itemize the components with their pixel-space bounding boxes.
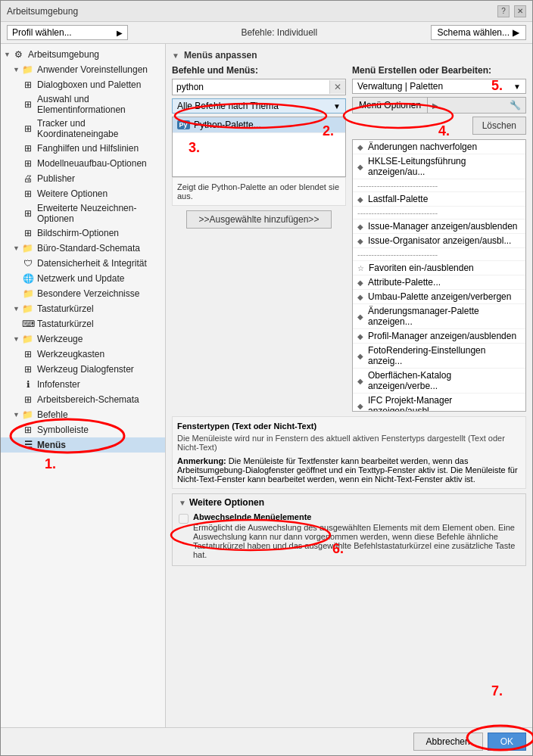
sidebar-label: Arbeitsbereich-Schemata <box>37 394 139 405</box>
sidebar-label: Anwender Voreinstellungen <box>37 64 148 75</box>
grid-icon: ⊞ <box>22 348 34 360</box>
right-list-item[interactable]: ◆ HKLSE-Leitungsführung anzeigen/au... <box>353 154 525 179</box>
printer-icon: 🖨 <box>22 173 34 185</box>
sidebar-label: Netzwerk und Update <box>37 273 124 284</box>
right-list-separator: ----------------------------- <box>353 248 525 261</box>
collapse-icon: ▼ <box>13 305 20 313</box>
right-list-item[interactable]: ◆ Issue-Manager anzeigen/ausblenden <box>353 219 525 234</box>
add-selected-button[interactable]: >>Ausgewählte hinzufügen>> <box>186 210 332 229</box>
sidebar-item-buero[interactable]: ▼ 📁 Büro-Standard-Schemata <box>1 241 165 256</box>
right-list-item[interactable]: ◆ Änderungen nachverfolgen <box>353 140 525 154</box>
sidebar-item-modell[interactable]: ⊞ Modellneuaufbau-Optionen <box>1 156 165 171</box>
search-input[interactable] <box>173 79 329 95</box>
menu-options-row: Menü Optionen ▶ 🔧 <box>352 97 526 114</box>
grid-icon: ⊞ <box>22 79 34 91</box>
right-dropdown[interactable]: Verwaltung | Paletten ▼ <box>352 79 526 94</box>
command-list-item[interactable]: Py Python-Palette... <box>173 117 345 133</box>
arrow-icon: ◆ <box>357 143 363 151</box>
right-list-item[interactable]: ◆ Änderungsmanager-Palette anzeigen... <box>353 304 525 329</box>
arrow-icon: ◆ <box>357 237 363 245</box>
right-list-item[interactable]: ☆ Favoriten ein-/ausblenden <box>353 261 525 275</box>
checkbox-row: Abwechselnde Menüelemente Ermöglicht die… <box>179 512 519 559</box>
cancel-button[interactable]: Abbrechen <box>413 733 483 751</box>
grid-icon: ⊞ <box>22 157 34 170</box>
sidebar-label: Datensicherheit & Integrität <box>37 258 147 269</box>
sidebar-item-weitere[interactable]: ⊞ Weitere Optionen <box>1 186 165 201</box>
profile-dropdown[interactable]: Profil wählen... ▶ <box>7 25 128 40</box>
sidebar-item-werkzeuge[interactable]: ▼ 📁 Werkzeuge <box>1 331 165 347</box>
collapse-icon: ▼ <box>13 244 20 252</box>
sidebar-item-tastaturkuerzel-item[interactable]: ⌨ Tastaturkürzel <box>1 316 165 331</box>
help-button[interactable]: ? <box>497 5 510 17</box>
collapse-icon: ▼ <box>4 51 11 58</box>
sidebar-item-infofenster[interactable]: ℹ Infofenster <box>1 377 165 392</box>
sidebar-item-menues[interactable]: ☰ Menüs <box>1 437 165 453</box>
sidebar-item-publisher[interactable]: 🖨 Publisher <box>1 171 165 186</box>
arrow-icon: ◆ <box>357 222 363 231</box>
main-panel: ▼ Menüs anpassen Befehle und Menüs: ✕ Al… <box>166 44 532 727</box>
search-row: ✕ <box>172 79 346 95</box>
sidebar-label: Menüs <box>37 440 66 450</box>
sidebar-item-anwender[interactable]: ▼ 📁 Anwender Voreinstellungen <box>1 62 165 77</box>
commands-label: Befehle und Menüs: <box>172 65 346 76</box>
menu-options-expand-icon[interactable]: ▶ <box>428 99 443 112</box>
right-list-item[interactable]: ◆ Issue-Organisator anzeigen/ausbl... <box>353 234 525 248</box>
menu-options-settings-icon[interactable]: 🔧 <box>505 98 525 113</box>
window-types-desc: Die Menüleiste wird nur in Fenstern des … <box>177 434 521 452</box>
collapse-icon: ▼ <box>13 335 20 343</box>
search-clear-button[interactable]: ✕ <box>329 80 345 94</box>
sidebar-item-befehle[interactable]: ▼ 📁 Befehle <box>1 407 165 422</box>
further-options-header: ▼ Weitere Optionen <box>179 497 519 508</box>
right-list-item[interactable]: ◆ Oberflächen-Katalog anzeigen/verbe... <box>353 369 525 394</box>
profile-dropdown-arrow-icon: ▶ <box>117 29 123 37</box>
sidebar-label: Büro-Standard-Schemata <box>37 243 140 254</box>
close-button[interactable]: ✕ <box>514 5 526 17</box>
ok-button[interactable]: OK <box>488 733 526 751</box>
sidebar-label: Tastaturkürzel <box>37 303 94 314</box>
right-list-item[interactable]: ◆ Attribute-Palette... <box>353 275 525 290</box>
section1-label: Menüs anpassen <box>184 50 257 61</box>
main-window: Arbeitsumgebung ? ✕ Profil wählen... ▶ B… <box>0 0 533 756</box>
delete-button[interactable]: Löschen <box>472 117 526 135</box>
sidebar-item-tastaturkuerzel-group[interactable]: ▼ 📁 Tastaturkürzel <box>1 301 165 316</box>
sidebar-label: Auswahl und Elementinformationen <box>37 94 162 115</box>
right-list-panel[interactable]: ◆ Änderungen nachverfolgen ◆ HKLSE-Leitu… <box>352 139 526 412</box>
sidebar-item-auswahl[interactable]: ⊞ Auswahl und Elementinformationen <box>1 92 165 117</box>
sidebar-item-symbolleiste[interactable]: ⊞ Symbolleiste <box>1 422 165 437</box>
sidebar-item-werkzeug-dialog[interactable]: ⊞ Werkzeug Dialogfenster <box>1 362 165 377</box>
right-list-item[interactable]: ◆ IFC Projekt-Manager anzeigen/ausbl... <box>353 394 525 412</box>
add-btn-row: >>Ausgewählte hinzufügen>> <box>172 210 346 229</box>
right-item-label: Profil-Manager anzeigen/ausblenden <box>368 331 516 341</box>
collapse-icon: ▼ <box>13 411 20 418</box>
right-list-item[interactable]: ◆ Profil-Manager anzeigen/ausblenden <box>353 329 525 344</box>
keyboard-icon: ⌨ <box>22 318 34 330</box>
sidebar-item-dialogboxen[interactable]: ⊞ Dialogboxen und Paletten <box>1 77 165 92</box>
sidebar-item-fanghilfen[interactable]: ⊞ Fanghilfen und Hilfslinien <box>1 141 165 156</box>
right-item-label: FotoRendering-Einstellungen anzeig... <box>368 345 521 366</box>
arrow-icon: ◆ <box>357 313 363 321</box>
sidebar-label: Bildschirm-Optionen <box>37 228 119 238</box>
sidebar-item-datensicherheit[interactable]: 🛡 Datensicherheit & Integrität <box>1 256 165 271</box>
sidebar-item-arbeitsbereich[interactable]: ⊞ Arbeitsbereich-Schemata <box>1 392 165 407</box>
sidebar-item-werkzeugkasten[interactable]: ⊞ Werkzeugkasten <box>1 347 165 362</box>
python-icon: Py <box>177 119 189 131</box>
schema-button[interactable]: Schema wählen... ▶ <box>431 25 526 40</box>
sidebar-item-erweiterte[interactable]: ⊞ Erweiterte Neuzeichnen-Optionen <box>1 201 165 226</box>
schema-arrow-icon: ▶ <box>513 27 519 38</box>
sidebar-item-tracker[interactable]: ⊞ Tracker und Koordinateneingabe <box>1 117 165 141</box>
sidebar-item-arbeitsumgebung[interactable]: ▼ ⚙ Arbeitsumgebung <box>1 47 165 62</box>
folder-icon: 📁 <box>22 288 34 300</box>
filter-dropdown[interactable]: Alle Befehle nach Thema ▼ <box>172 98 346 114</box>
right-list-item[interactable]: ◆ FotoRendering-Einstellungen anzeig... <box>353 344 525 369</box>
sidebar-item-bildschirm[interactable]: ⊞ Bildschirm-Optionen <box>1 226 165 241</box>
sidebar-item-verzeichnisse[interactable]: 📁 Besondere Verzeichnisse <box>1 286 165 301</box>
arrow-icon: ◆ <box>357 278 363 287</box>
right-list-item[interactable]: ◆ Lastfall-Palette <box>353 192 525 207</box>
sidebar-item-netzwerk[interactable]: 🌐 Netzwerk und Update <box>1 271 165 286</box>
right-list-separator: ----------------------------- <box>353 207 525 219</box>
note-label: Anmerkung: <box>177 456 226 465</box>
menu-options-button[interactable]: Menü Optionen <box>353 98 428 113</box>
right-list-item[interactable]: ◆ Umbau-Palette anzeigen/verbergen <box>353 290 525 304</box>
sidebar-label: Befehle <box>37 409 68 420</box>
alternating-checkbox[interactable] <box>179 514 189 524</box>
